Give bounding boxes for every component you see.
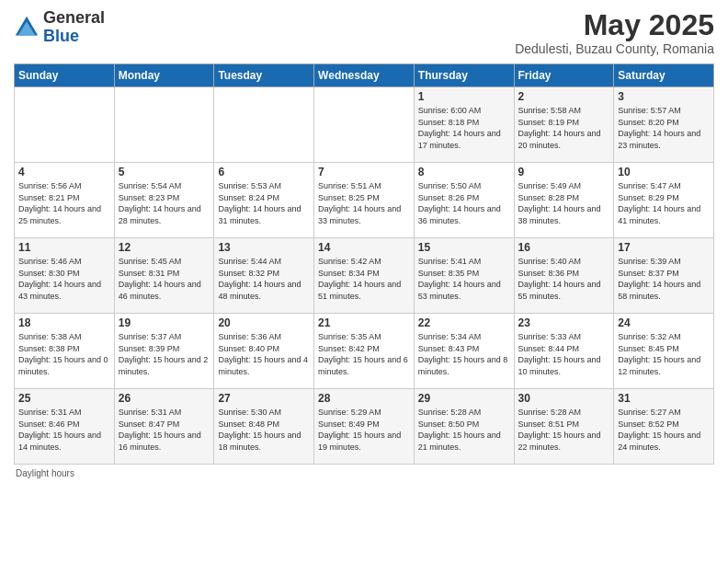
day-header-wednesday: Wednesday <box>314 64 415 87</box>
day-info: Sunrise: 6:00 AM Sunset: 8:18 PM Dayligh… <box>418 105 510 151</box>
day-info: Sunrise: 5:50 AM Sunset: 8:26 PM Dayligh… <box>418 180 510 226</box>
day-info: Sunrise: 5:56 AM Sunset: 8:21 PM Dayligh… <box>18 180 110 226</box>
calendar-cell: 11Sunrise: 5:46 AM Sunset: 8:30 PM Dayli… <box>15 238 115 314</box>
day-number: 11 <box>18 241 110 254</box>
calendar-cell: 24Sunrise: 5:32 AM Sunset: 8:45 PM Dayli… <box>614 314 714 389</box>
day-number: 29 <box>418 392 510 405</box>
day-number: 8 <box>418 166 510 178</box>
day-info: Sunrise: 5:28 AM Sunset: 8:51 PM Dayligh… <box>518 407 610 453</box>
day-info: Sunrise: 5:42 AM Sunset: 8:34 PM Dayligh… <box>318 256 410 302</box>
calendar-cell: 25Sunrise: 5:31 AM Sunset: 8:46 PM Dayli… <box>15 389 115 465</box>
header: General Blue May 2025 Dedulesti, Buzau C… <box>14 9 714 56</box>
footer-note: Daylight hours <box>14 468 714 478</box>
day-number: 12 <box>119 241 210 254</box>
day-info: Sunrise: 5:27 AM Sunset: 8:52 PM Dayligh… <box>618 407 710 453</box>
day-header-monday: Monday <box>114 64 214 87</box>
day-info: Sunrise: 5:58 AM Sunset: 8:19 PM Dayligh… <box>518 105 610 151</box>
calendar-cell: 22Sunrise: 5:34 AM Sunset: 8:43 PM Dayli… <box>414 314 514 389</box>
day-info: Sunrise: 5:54 AM Sunset: 8:23 PM Dayligh… <box>119 180 210 226</box>
calendar-cell: 23Sunrise: 5:33 AM Sunset: 8:44 PM Dayli… <box>514 314 614 389</box>
logo-icon <box>14 15 40 40</box>
week-row-5: 25Sunrise: 5:31 AM Sunset: 8:46 PM Dayli… <box>15 389 714 465</box>
calendar-cell <box>15 87 115 163</box>
calendar-cell <box>314 87 415 163</box>
calendar-cell: 31Sunrise: 5:27 AM Sunset: 8:52 PM Dayli… <box>614 389 714 465</box>
day-info: Sunrise: 5:30 AM Sunset: 8:48 PM Dayligh… <box>218 407 310 453</box>
logo-general-text: General <box>43 8 105 27</box>
calendar-cell: 9Sunrise: 5:49 AM Sunset: 8:28 PM Daylig… <box>514 163 614 238</box>
day-header-sunday: Sunday <box>15 64 115 87</box>
day-info: Sunrise: 5:31 AM Sunset: 8:47 PM Dayligh… <box>119 407 210 453</box>
day-header-tuesday: Tuesday <box>214 64 314 87</box>
calendar-cell: 14Sunrise: 5:42 AM Sunset: 8:34 PM Dayli… <box>314 238 415 314</box>
day-info: Sunrise: 5:28 AM Sunset: 8:50 PM Dayligh… <box>418 407 510 453</box>
calendar-cell: 30Sunrise: 5:28 AM Sunset: 8:51 PM Dayli… <box>514 389 614 465</box>
calendar-cell: 3Sunrise: 5:57 AM Sunset: 8:20 PM Daylig… <box>614 87 714 163</box>
day-info: Sunrise: 5:31 AM Sunset: 8:46 PM Dayligh… <box>18 407 110 453</box>
day-header-saturday: Saturday <box>614 64 714 87</box>
day-number: 9 <box>518 166 610 178</box>
day-number: 21 <box>318 316 410 329</box>
day-number: 6 <box>218 166 310 178</box>
day-number: 5 <box>119 166 210 178</box>
calendar-cell: 16Sunrise: 5:40 AM Sunset: 8:36 PM Dayli… <box>514 238 614 314</box>
day-number: 19 <box>119 316 210 329</box>
calendar-cell: 10Sunrise: 5:47 AM Sunset: 8:29 PM Dayli… <box>614 163 714 238</box>
day-number: 13 <box>218 241 310 254</box>
logo-text: General Blue <box>43 9 105 46</box>
day-info: Sunrise: 5:45 AM Sunset: 8:31 PM Dayligh… <box>119 256 210 302</box>
day-number: 28 <box>318 392 410 405</box>
day-number: 4 <box>18 166 110 178</box>
page-container: General Blue May 2025 Dedulesti, Buzau C… <box>0 0 728 483</box>
day-info: Sunrise: 5:34 AM Sunset: 8:43 PM Dayligh… <box>418 331 510 377</box>
calendar-cell <box>114 87 214 163</box>
day-number: 25 <box>18 392 110 405</box>
day-number: 22 <box>418 316 510 329</box>
calendar-cell: 26Sunrise: 5:31 AM Sunset: 8:47 PM Dayli… <box>114 389 214 465</box>
day-info: Sunrise: 5:49 AM Sunset: 8:28 PM Dayligh… <box>518 180 610 226</box>
day-number: 1 <box>418 90 510 103</box>
calendar-cell: 19Sunrise: 5:37 AM Sunset: 8:39 PM Dayli… <box>114 314 214 389</box>
day-info: Sunrise: 5:32 AM Sunset: 8:45 PM Dayligh… <box>618 331 710 377</box>
day-number: 23 <box>518 316 610 329</box>
title-block: May 2025 Dedulesti, Buzau County, Romani… <box>515 9 714 56</box>
day-number: 30 <box>518 392 610 405</box>
day-number: 14 <box>318 241 410 254</box>
day-number: 2 <box>518 90 610 103</box>
calendar-cell: 21Sunrise: 5:35 AM Sunset: 8:42 PM Dayli… <box>314 314 415 389</box>
week-row-1: 1Sunrise: 6:00 AM Sunset: 8:18 PM Daylig… <box>15 87 714 163</box>
day-number: 31 <box>618 392 710 405</box>
month-title: May 2025 <box>515 9 714 41</box>
day-info: Sunrise: 5:41 AM Sunset: 8:35 PM Dayligh… <box>418 256 510 302</box>
calendar-cell: 28Sunrise: 5:29 AM Sunset: 8:49 PM Dayli… <box>314 389 415 465</box>
calendar-cell: 18Sunrise: 5:38 AM Sunset: 8:38 PM Dayli… <box>15 314 115 389</box>
day-header-friday: Friday <box>514 64 614 87</box>
day-info: Sunrise: 5:57 AM Sunset: 8:20 PM Dayligh… <box>618 105 710 151</box>
calendar-cell: 17Sunrise: 5:39 AM Sunset: 8:37 PM Dayli… <box>614 238 714 314</box>
day-info: Sunrise: 5:37 AM Sunset: 8:39 PM Dayligh… <box>119 331 210 377</box>
day-number: 24 <box>618 316 710 329</box>
day-number: 18 <box>18 316 110 329</box>
logo-blue-text: Blue <box>43 27 79 45</box>
day-info: Sunrise: 5:36 AM Sunset: 8:40 PM Dayligh… <box>218 331 310 377</box>
calendar-cell: 15Sunrise: 5:41 AM Sunset: 8:35 PM Dayli… <box>414 238 514 314</box>
day-info: Sunrise: 5:47 AM Sunset: 8:29 PM Dayligh… <box>618 180 710 226</box>
day-number: 15 <box>418 241 510 254</box>
calendar-cell: 12Sunrise: 5:45 AM Sunset: 8:31 PM Dayli… <box>114 238 214 314</box>
calendar-cell: 8Sunrise: 5:50 AM Sunset: 8:26 PM Daylig… <box>414 163 514 238</box>
day-info: Sunrise: 5:29 AM Sunset: 8:49 PM Dayligh… <box>318 407 410 453</box>
day-number: 3 <box>618 90 710 103</box>
day-info: Sunrise: 5:39 AM Sunset: 8:37 PM Dayligh… <box>618 256 710 302</box>
week-row-3: 11Sunrise: 5:46 AM Sunset: 8:30 PM Dayli… <box>15 238 714 314</box>
calendar-cell: 20Sunrise: 5:36 AM Sunset: 8:40 PM Dayli… <box>214 314 314 389</box>
day-info: Sunrise: 5:33 AM Sunset: 8:44 PM Dayligh… <box>518 331 610 377</box>
day-info: Sunrise: 5:38 AM Sunset: 8:38 PM Dayligh… <box>18 331 110 377</box>
calendar-cell: 1Sunrise: 6:00 AM Sunset: 8:18 PM Daylig… <box>414 87 514 163</box>
calendar-cell: 4Sunrise: 5:56 AM Sunset: 8:21 PM Daylig… <box>15 163 115 238</box>
daylight-note: Daylight hours <box>16 468 74 478</box>
calendar-table: SundayMondayTuesdayWednesdayThursdayFrid… <box>14 63 714 465</box>
calendar-cell: 13Sunrise: 5:44 AM Sunset: 8:32 PM Dayli… <box>214 238 314 314</box>
location-subtitle: Dedulesti, Buzau County, Romania <box>515 41 714 56</box>
day-header-thursday: Thursday <box>414 64 514 87</box>
calendar-cell: 2Sunrise: 5:58 AM Sunset: 8:19 PM Daylig… <box>514 87 614 163</box>
